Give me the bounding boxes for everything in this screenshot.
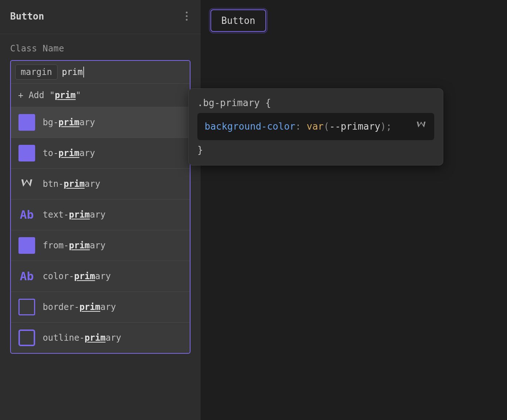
class-input-row[interactable]: margin prim [11,61,190,84]
suggestion-label: bg-primary [43,117,95,127]
suggestion-item[interactable]: Abtext-primary [11,200,190,230]
suggestion-item[interactable]: border-primary [11,292,190,323]
suggestion-label: from-primary [43,240,105,251]
suggestion-label: to-primary [43,148,95,158]
color-swatch-icon [18,237,35,254]
brand-icon [18,175,35,193]
brand-icon [415,119,427,134]
properties-panel: Button Class Name margin prim [0,0,201,420]
suggestion-list: bg-primaryto-primarybtn-primaryAbtext-pr… [11,107,190,353]
suggestion-item[interactable]: from-primary [11,230,190,261]
suggestion-item[interactable]: bg-primary [11,107,190,138]
color-swatch-icon [18,144,35,162]
more-menu-icon[interactable] [183,9,190,24]
color-swatch-icon [18,114,35,131]
preview-button[interactable]: Button [210,9,266,32]
suggestion-label: text-primary [43,210,105,220]
css-selector: .bg-primary { [197,96,434,110]
panel-header: Button [0,0,201,34]
panel-body: Class Name margin prim + Add "prim" bg-p… [0,34,201,363]
suggestion-label: outline-primary [43,333,121,343]
suggestion-label: color-primary [43,271,111,281]
suggestion-label: btn-primary [43,179,100,189]
css-preview-tooltip: .bg-primary { background-color: var(--pr… [188,88,443,165]
preview-canvas: Button .bg-primary { background-color: v… [201,0,507,420]
outline-swatch-icon [18,329,35,346]
text-cursor [83,67,84,77]
suggestion-item[interactable]: outline-primary [11,323,190,353]
class-input[interactable]: prim [62,67,185,77]
component-title: Button [10,11,44,22]
field-label: Class Name [10,43,190,54]
css-close-brace: } [197,143,434,157]
applied-class-tag[interactable]: margin [15,64,58,80]
text-icon: Ab [18,268,35,285]
class-input-combobox: margin prim + Add "prim" bg-primaryto-pr… [10,60,190,354]
input-value: prim [62,67,83,77]
suggestion-item[interactable]: to-primary [11,138,190,169]
css-code-block: background-color: var(--primary); [197,113,434,140]
border-swatch-icon [18,298,35,316]
add-custom-class-option[interactable]: + Add "prim" [11,84,190,107]
css-property: background-color [205,121,295,132]
suggestion-item[interactable]: Abcolor-primary [11,261,190,292]
suggestion-item[interactable]: btn-primary [11,169,190,200]
suggestion-label: border-primary [43,302,116,312]
text-icon: Ab [18,206,35,223]
